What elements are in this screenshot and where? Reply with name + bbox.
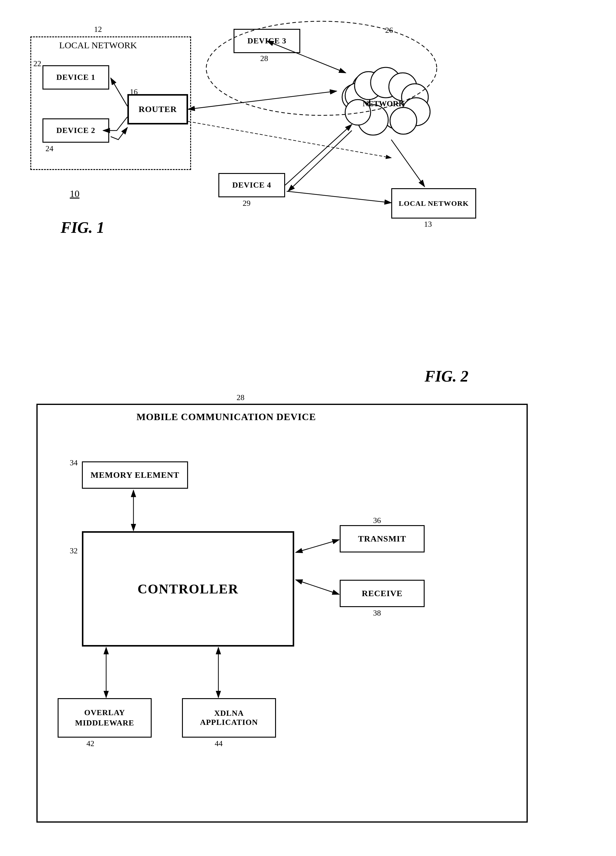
ref-10: 10 bbox=[70, 188, 80, 199]
ref-24: 24 bbox=[46, 144, 54, 153]
svg-line-29 bbox=[391, 140, 425, 187]
ref-34: 34 bbox=[70, 458, 78, 468]
ref-29: 29 bbox=[243, 199, 250, 208]
overlay-box: OVERLAYMIDDLEWARE bbox=[58, 698, 152, 737]
ref-13: 13 bbox=[424, 220, 432, 229]
device4-box: DEVICE 4 bbox=[218, 173, 285, 197]
ref-38: 38 bbox=[373, 609, 381, 618]
controller-box: CONTROLLER bbox=[82, 531, 294, 647]
xdlna-box: XDLNAAPPLICATION bbox=[182, 698, 276, 737]
svg-text:NETWORK: NETWORK bbox=[363, 99, 405, 108]
svg-line-31 bbox=[287, 191, 391, 203]
ref-28-fig2: 28 bbox=[237, 393, 244, 402]
device1-box: DEVICE 1 bbox=[43, 65, 109, 89]
mobile-device-label: MOBILE COMMUNICATION DEVICE bbox=[137, 411, 316, 423]
ref-28-fig1: 28 bbox=[260, 54, 268, 63]
memory-box: MEMORY ELEMENT bbox=[82, 461, 188, 489]
device3-box: DEVICE 3 bbox=[233, 29, 300, 53]
fig2-title: FIG. 2 bbox=[425, 367, 468, 385]
svg-line-24 bbox=[188, 91, 336, 109]
ref-16: 16 bbox=[130, 88, 138, 97]
ref-36: 36 bbox=[373, 516, 381, 525]
local-network-box2: LOCAL NETWORK bbox=[391, 188, 476, 219]
device2-box: DEVICE 2 bbox=[43, 119, 109, 143]
ref-44: 44 bbox=[215, 739, 223, 748]
router-box: ROUTER bbox=[128, 94, 188, 125]
network-cloud: NETWORK bbox=[336, 64, 440, 143]
fig2-area: FIG. 2 28 MOBILE COMMUNICATION DEVICE 34… bbox=[12, 358, 604, 841]
local-network-label: LOCAL NETWORK bbox=[59, 40, 137, 51]
ref-22: 22 bbox=[33, 59, 41, 68]
ref-26: 26 bbox=[385, 26, 393, 35]
fig1-title: FIG. 1 bbox=[61, 219, 104, 237]
ref-12: 12 bbox=[94, 25, 102, 34]
svg-point-16 bbox=[390, 108, 417, 134]
xdlna-label: XDLNAAPPLICATION bbox=[200, 709, 258, 727]
ref-42: 42 bbox=[86, 739, 94, 748]
overlay-label: OVERLAYMIDDLEWARE bbox=[75, 708, 134, 728]
receive-box: RECEIVE bbox=[340, 580, 425, 607]
transmit-box: TRANSMIT bbox=[340, 525, 425, 553]
fig1-area: LOCAL NETWORK 12 22 DEVICE 1 DEVICE 2 24… bbox=[12, 12, 604, 346]
ref-32: 32 bbox=[70, 547, 78, 556]
